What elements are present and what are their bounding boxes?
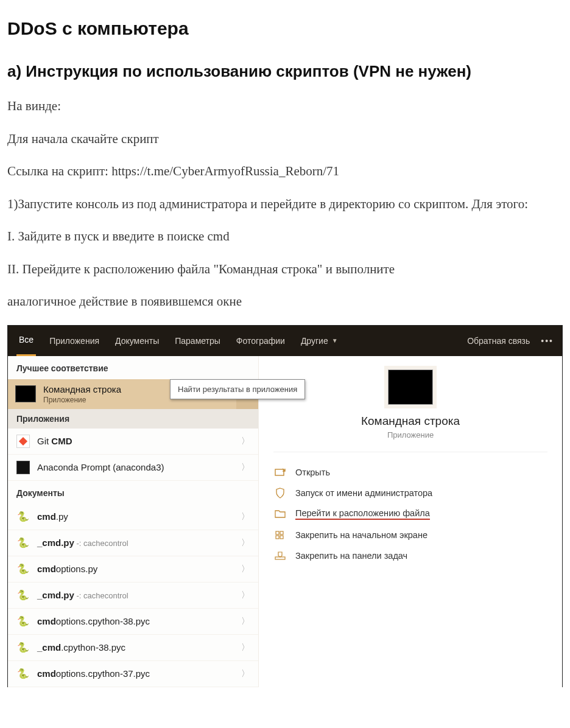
paragraph-link: Ссылка на скрипт: https://t.me/CyberArmy…: [7, 162, 563, 181]
svg-rect-0: [275, 469, 284, 475]
detail-subtitle: Приложение: [273, 430, 547, 452]
search-results-column: Лучшее соответствие Командная строка При…: [8, 356, 259, 687]
tab-other[interactable]: Другие ▼: [298, 326, 340, 356]
chevron-right-icon: 〉: [241, 642, 250, 653]
folder-icon: [275, 508, 287, 519]
python-file-icon: 🐍: [16, 562, 30, 576]
app-result-anaconda[interactable]: Anaconda Prompt (anaconda3) 〉: [8, 455, 258, 481]
cmd-icon: [15, 385, 36, 402]
app-result-git-cmd[interactable]: Git CMD 〉: [8, 429, 258, 455]
tab-all[interactable]: Все: [16, 326, 36, 356]
doc-result[interactable]: 🐍 _cmd.py -: cachecontrol 〉: [8, 583, 258, 609]
paragraph: Для начала скачайте скрипт: [7, 130, 563, 149]
doc-result[interactable]: 🐍 cmdoptions.cpython-37.pyc 〉: [8, 661, 258, 687]
tooltip: Найти результаты в приложения: [170, 379, 305, 399]
action-list: Открыть Запуск от имени администратора П…: [273, 452, 547, 566]
action-label: Перейти к расположению файла: [295, 508, 430, 520]
action-label: Открыть: [295, 467, 330, 477]
shield-icon: [275, 488, 287, 499]
python-file-icon: 🐍: [16, 536, 30, 550]
action-label: Закрепить на панели задач: [295, 551, 407, 561]
tab-photos[interactable]: Фотографии: [234, 326, 287, 356]
terminal-icon: [16, 461, 30, 474]
chevron-right-icon: 〉: [241, 616, 250, 627]
action-open-file-location[interactable]: Перейти к расположению файла: [273, 503, 547, 525]
python-bytecode-icon: 🐍: [16, 667, 30, 681]
windows-search-screenshot: Все Приложения Документы Параметры Фотог…: [7, 325, 563, 687]
chevron-right-icon: 〉: [241, 511, 250, 522]
svg-rect-2: [280, 531, 283, 534]
tab-apps[interactable]: Приложения: [47, 326, 102, 356]
tab-settings[interactable]: Параметры: [172, 326, 223, 356]
svg-rect-3: [276, 536, 279, 539]
app-result-label: Anaconda Prompt (anaconda3): [37, 462, 234, 472]
doc-result-label: cmd.py: [37, 511, 234, 522]
doc-result-label: _cmd.py -: cachecontrol: [37, 537, 234, 548]
search-filter-tabs: Все Приложения Документы Параметры Фотог…: [8, 326, 562, 356]
python-bytecode-icon: 🐍: [16, 641, 30, 654]
doc-result[interactable]: 🐍 cmdoptions.py 〉: [8, 556, 258, 583]
page-title: DDoS с компьютера: [7, 18, 563, 39]
doc-result-label: _cmd.cpython-38.pyc: [37, 642, 234, 653]
python-file-icon: 🐍: [16, 510, 30, 523]
tab-other-label: Другие: [301, 336, 328, 346]
doc-result-label: _cmd.py -: cachecontrol: [37, 590, 234, 600]
best-match-label: Лучшее соответствие: [8, 356, 258, 379]
best-match-title: Командная строка: [43, 384, 121, 394]
svg-rect-1: [276, 531, 279, 534]
doc-result[interactable]: 🐍 _cmd.cpython-38.pyc 〉: [8, 635, 258, 661]
paragraph: На винде:: [7, 97, 563, 116]
paragraph: аналогичное действие в появившемся окне: [7, 292, 563, 312]
more-icon[interactable]: •••: [541, 336, 554, 346]
doc-result-label: cmdoptions.py: [37, 564, 234, 574]
chevron-right-icon: 〉: [241, 564, 250, 575]
tab-documents[interactable]: Документы: [113, 326, 161, 356]
action-pin-start[interactable]: Закрепить на начальном экране: [273, 525, 547, 545]
chevron-right-icon: 〉: [241, 462, 250, 473]
git-icon: [16, 435, 30, 448]
paragraph: II. Перейдите к расположению файла "Кома…: [7, 260, 563, 279]
detail-title: Командная строка: [273, 415, 547, 428]
chevron-right-icon: 〉: [241, 590, 250, 601]
chevron-right-icon: 〉: [241, 436, 250, 447]
cmd-large-icon: [388, 369, 433, 405]
section-heading: а) Инструкция по использованию скриптов …: [7, 62, 563, 81]
documents-section-label: Документы: [8, 481, 258, 504]
action-label: Закрепить на начальном экране: [295, 530, 427, 540]
app-result-label: Git CMD: [37, 436, 234, 446]
action-pin-taskbar[interactable]: Закрепить на панели задач: [273, 545, 547, 566]
chevron-right-icon: 〉: [241, 537, 250, 548]
action-label: Запуск от имени администратора: [295, 488, 432, 498]
doc-result[interactable]: 🐍 _cmd.py -: cachecontrol 〉: [8, 530, 258, 556]
pin-start-icon: [275, 530, 287, 541]
paragraph: 1)Запустите консоль из под администратор…: [7, 195, 563, 214]
doc-result-label: cmdoptions.cpython-38.pyc: [37, 616, 234, 626]
action-open[interactable]: Открыть: [273, 462, 547, 483]
open-icon: [275, 467, 287, 478]
doc-result[interactable]: 🐍 cmdoptions.cpython-38.pyc 〉: [8, 609, 258, 635]
svg-rect-4: [280, 536, 283, 539]
python-bytecode-icon: 🐍: [16, 615, 30, 628]
doc-result[interactable]: 🐍 cmd.py 〉: [8, 504, 258, 530]
feedback-link[interactable]: Обратная связь: [467, 336, 530, 346]
doc-result-label: cmdoptions.cpython-37.pyc: [37, 668, 234, 679]
best-match-subtitle: Приложение: [43, 396, 121, 404]
chevron-down-icon: ▼: [332, 337, 338, 344]
chevron-right-icon: 〉: [241, 668, 250, 679]
apps-section-label: Приложения: [8, 409, 258, 429]
pin-taskbar-icon: [275, 550, 287, 561]
python-file-icon: 🐍: [16, 589, 30, 602]
paragraph: I. Зайдите в пуск и введите в поиске cmd: [7, 227, 563, 247]
action-run-as-admin[interactable]: Запуск от имени администратора: [273, 483, 547, 503]
